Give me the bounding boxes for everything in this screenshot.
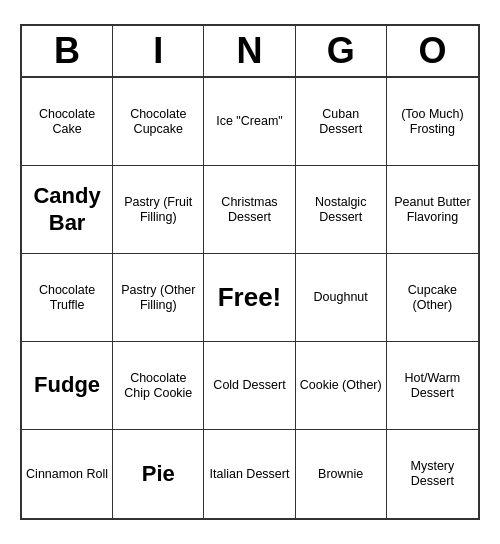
header-letter: O [387,26,478,76]
bingo-cell: Chocolate Truffle [22,254,113,342]
bingo-cell: Christmas Dessert [204,166,295,254]
header-letter: G [296,26,387,76]
bingo-cell: Mystery Dessert [387,430,478,518]
bingo-cell: Ice "Cream" [204,78,295,166]
bingo-cell: Free! [204,254,295,342]
bingo-cell: Doughnut [296,254,387,342]
bingo-cell: Pastry (Fruit Filling) [113,166,204,254]
bingo-cell: Pastry (Other Filling) [113,254,204,342]
bingo-cell: Peanut Butter Flavoring [387,166,478,254]
bingo-cell: Chocolate Cupcake [113,78,204,166]
bingo-cell: Chocolate Cake [22,78,113,166]
bingo-cell: (Too Much) Frosting [387,78,478,166]
bingo-grid: Chocolate CakeChocolate CupcakeIce "Crea… [22,78,478,518]
bingo-cell: Nostalgic Dessert [296,166,387,254]
bingo-cell: Chocolate Chip Cookie [113,342,204,430]
bingo-cell: Fudge [22,342,113,430]
bingo-header: BINGO [22,26,478,78]
bingo-cell: Italian Dessert [204,430,295,518]
bingo-cell: Hot/Warm Dessert [387,342,478,430]
header-letter: B [22,26,113,76]
bingo-cell: Pie [113,430,204,518]
bingo-cell: Candy Bar [22,166,113,254]
bingo-card: BINGO Chocolate CakeChocolate CupcakeIce… [20,24,480,520]
bingo-cell: Cinnamon Roll [22,430,113,518]
header-letter: I [113,26,204,76]
bingo-cell: Cuban Dessert [296,78,387,166]
header-letter: N [204,26,295,76]
bingo-cell: Cookie (Other) [296,342,387,430]
bingo-cell: Cupcake (Other) [387,254,478,342]
bingo-cell: Brownie [296,430,387,518]
bingo-cell: Cold Dessert [204,342,295,430]
